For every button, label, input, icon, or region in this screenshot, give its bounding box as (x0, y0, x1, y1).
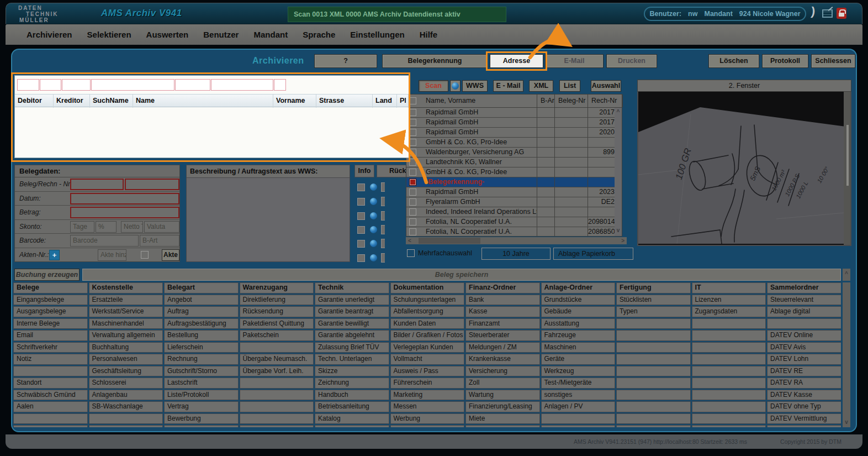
doclist-row[interactable]: GmbH & Co. KG, Pro-Idee (406, 167, 622, 177)
grid-cell[interactable] (692, 425, 766, 427)
grid-cell[interactable]: Paketdienst Quittung (240, 318, 314, 329)
info-checkbox[interactable] (357, 198, 365, 206)
beleg-speichern-button[interactable]: Beleg speichern (82, 269, 841, 281)
doclist-tab-scan[interactable]: Scan (419, 80, 448, 92)
row-checkbox[interactable] (409, 188, 416, 196)
grid-cell[interactable]: Vertrag (164, 401, 239, 412)
grid-cell[interactable]: DATEV Avis (767, 342, 841, 353)
grid-cell[interactable]: Direktlieferung (240, 295, 314, 306)
grid-cell[interactable] (616, 330, 691, 341)
grid-cell[interactable] (541, 413, 616, 424)
info-sphere-icon[interactable] (370, 254, 377, 261)
toolbar-button-protokoll[interactable]: Protokoll (762, 54, 808, 68)
grid-cell[interactable]: Garantie unerledigt (315, 295, 389, 306)
doclist-row[interactable]: Rapidmail GmbH2023 (406, 187, 622, 197)
grid-cell[interactable]: DATEV Vermittlung (767, 413, 841, 424)
document-list-vscrollbar[interactable]: ^ v (615, 108, 622, 236)
grid-cell[interactable]: Schlosserei (89, 378, 163, 389)
grid-cell[interactable]: Ausweis / Pass (390, 366, 465, 377)
document-list-hscrollbar[interactable]: < > (406, 237, 627, 244)
moon-icon[interactable]: ) (811, 4, 816, 19)
info-sphere-icon[interactable] (370, 212, 377, 219)
grid-cell[interactable]: Betriebsanleitung (315, 401, 389, 412)
grid-cell[interactable] (767, 318, 841, 329)
scroll-left-icon[interactable]: < (408, 238, 411, 244)
row-checkbox[interactable] (409, 208, 416, 216)
betrag-input[interactable] (70, 207, 179, 218)
grid-cell[interactable]: Katalog (315, 413, 389, 424)
grid-cell[interactable]: Aalen (13, 401, 88, 412)
second-window-scrollbar[interactable] (844, 92, 850, 245)
grid-cell[interactable]: Ablage digital (767, 306, 841, 317)
grid-cell[interactable] (616, 390, 691, 401)
grid-cell[interactable] (164, 425, 239, 427)
grid-cell[interactable]: DATEV Lohn (767, 354, 841, 365)
grid-cell[interactable]: Ersatzteile (89, 295, 163, 306)
doclist-row[interactable]: Fotolia, NL Cooperatief U.A.208685031-2 (406, 227, 622, 236)
grid-cell[interactable]: SB-Waschanlage (89, 401, 163, 412)
grid-cell[interactable]: DATEV ohne Typ (767, 401, 841, 412)
toolbar-button-schliessen[interactable]: Schliessen (811, 54, 855, 68)
skonto-tage-input[interactable]: Tage (70, 221, 94, 233)
grid-cell[interactable]: Maschinen (541, 342, 616, 353)
grid-cell[interactable] (616, 366, 691, 377)
grid-cell[interactable]: Paketschein (240, 330, 314, 341)
info-sphere-icon[interactable] (370, 240, 377, 247)
add-akte-button[interactable]: + (49, 250, 60, 260)
grid-cell[interactable] (240, 378, 314, 389)
grid-cell[interactable]: Lieferschein (164, 342, 239, 353)
doclist-row[interactable]: Waldenburger, Versicherung AG899 (406, 148, 622, 158)
grid-cell[interactable] (13, 366, 88, 377)
grid-cell[interactable]: Email (13, 330, 88, 341)
grid-vscrollbar[interactable]: v (843, 282, 850, 427)
grid-cell[interactable]: Skizze (315, 366, 389, 377)
grid-cell[interactable] (616, 318, 691, 329)
grid-cell[interactable] (13, 425, 88, 427)
grid-cell[interactable] (616, 342, 691, 353)
doclist-row[interactable]: Flyeralarm GmbHDE2 (406, 197, 622, 207)
grid-cell[interactable] (240, 342, 314, 353)
doclist-row[interactable]: Indeed, Indeed Ireland Operations Ltd (406, 207, 622, 217)
lock-icon[interactable] (837, 8, 846, 19)
toolbar-button-[interactable]: ? (314, 54, 377, 68)
grid-cell[interactable]: Grundstücke (541, 295, 616, 306)
info-checkbox[interactable] (357, 254, 365, 262)
grid-cell[interactable]: Angebot (164, 295, 239, 306)
grid-cell[interactable]: Finanzierung/Leasing (465, 401, 540, 412)
datum-input[interactable] (70, 193, 179, 205)
grid-cell[interactable]: Schwäbisch Gmünd (13, 390, 88, 401)
toolbar-button-lschen[interactable]: Löschen (708, 54, 759, 68)
grid-cell[interactable]: Verlegeplan Kunden (390, 342, 465, 353)
grid-cell[interactable]: Garantie beantragt (315, 306, 389, 317)
beschreibung-textarea[interactable] (187, 178, 350, 262)
scroll-down-icon[interactable]: v (615, 227, 622, 234)
akte-button[interactable]: Akte (162, 249, 179, 261)
grid-cell[interactable] (692, 318, 766, 329)
menu-item-auswerten[interactable]: Auswerten (146, 30, 189, 39)
grid-cell[interactable]: Gutschrift/Storno (164, 366, 239, 377)
grid-cell[interactable] (616, 378, 691, 389)
grid-cell[interactable] (692, 342, 766, 353)
info-sphere-icon[interactable] (370, 198, 377, 205)
doclist-tab-xml[interactable]: XML (529, 80, 553, 92)
row-checkbox[interactable] (409, 218, 416, 226)
toolbar-button-belegerkennung[interactable]: Belegerkennung (382, 54, 488, 68)
b-art-input[interactable]: B-Art (140, 235, 179, 247)
row-checkbox[interactable] (409, 228, 416, 235)
menu-item-einstellungen[interactable]: Einstellungen (350, 30, 404, 39)
skonto-valuta-input[interactable]: Valuta (144, 221, 179, 233)
menu-item-sprache[interactable]: Sprache (303, 30, 335, 39)
grid-cell[interactable]: Techn. Unterlagen (315, 354, 389, 365)
retention-select[interactable]: 10 Jahre (481, 248, 551, 260)
grid-cell[interactable]: Steuerrelevant (767, 295, 841, 306)
info-checkbox[interactable] (357, 212, 365, 220)
doclist-row[interactable]: Rapidmail GmbH2017 (406, 118, 622, 128)
grid-cell[interactable]: Lizenzen (692, 295, 766, 306)
info-checkbox[interactable] (357, 184, 365, 191)
grid-cell[interactable]: DATEV RE (767, 366, 841, 377)
grid-cell[interactable] (240, 413, 314, 424)
grid-cell[interactable] (692, 401, 766, 412)
sphere-tab-button[interactable] (450, 80, 461, 92)
grid-cell[interactable]: Steuerberater (465, 330, 540, 341)
grid-cell[interactable]: Wartung (465, 390, 540, 401)
